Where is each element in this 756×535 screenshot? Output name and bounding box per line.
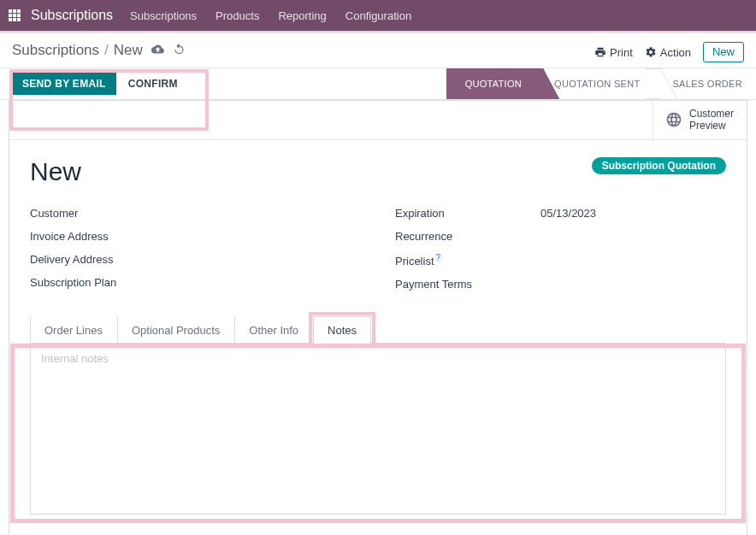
- internal-notes-textarea[interactable]: [31, 344, 725, 506]
- tab-content-notes: [30, 344, 726, 514]
- tab-other-info[interactable]: Other Info: [234, 316, 313, 344]
- label-recurrence: Recurrence: [395, 230, 540, 243]
- label-pricelist: Pricelist?: [395, 253, 540, 268]
- confirm-button[interactable]: CONFIRM: [116, 73, 190, 95]
- nav-link-configuration[interactable]: Configuration: [346, 9, 411, 22]
- gear-icon: [645, 46, 657, 58]
- label-delivery-address: Delivery Address: [30, 253, 175, 266]
- action-button[interactable]: Action: [645, 46, 691, 59]
- new-button[interactable]: New: [703, 42, 744, 62]
- label-expiration: Expiration: [395, 207, 540, 220]
- field-expiration[interactable]: 05/13/2023: [540, 207, 596, 220]
- customer-preview-button[interactable]: Customer Preview: [653, 101, 747, 139]
- top-navbar: Subscriptions Subscriptions Products Rep…: [0, 0, 756, 31]
- breadcrumb-parent[interactable]: Subscriptions: [12, 42, 99, 59]
- nav-link-subscriptions[interactable]: Subscriptions: [130, 9, 197, 22]
- nav-link-products[interactable]: Products: [216, 9, 259, 22]
- label-subscription-plan: Subscription Plan: [30, 276, 175, 289]
- breadcrumb-separator: /: [104, 42, 109, 59]
- pricelist-help-icon[interactable]: ?: [436, 253, 441, 262]
- tab-notes[interactable]: Notes: [313, 316, 371, 344]
- status-step-quotation[interactable]: QUOTATION: [446, 68, 535, 100]
- discard-icon[interactable]: [173, 43, 186, 58]
- apps-icon[interactable]: [7, 8, 22, 23]
- cloud-save-icon[interactable]: [151, 43, 164, 58]
- fields-grid: Customer Invoice Address Delivery Addres…: [30, 202, 726, 296]
- label-payment-terms: Payment Terms: [395, 278, 540, 291]
- tab-nav: Order Lines Optional Products Other Info…: [30, 316, 726, 344]
- tabs: Order Lines Optional Products Other Info…: [30, 316, 726, 514]
- control-panel-right: Print Action New: [594, 42, 744, 62]
- button-box: Customer Preview: [9, 101, 747, 140]
- customer-preview-label-2: Preview: [689, 120, 734, 132]
- breadcrumb-current: New: [114, 42, 143, 59]
- app-brand: Subscriptions: [31, 8, 113, 23]
- print-button[interactable]: Print: [594, 46, 633, 59]
- tab-order-lines[interactable]: Order Lines: [30, 316, 117, 344]
- breadcrumb: Subscriptions / New: [12, 42, 186, 59]
- label-invoice-address: Invoice Address: [30, 230, 175, 243]
- send-by-email-button[interactable]: SEND BY EMAIL: [12, 73, 116, 95]
- form-sheet: Customer Preview New Subscription Quotat…: [9, 100, 747, 535]
- nav-links: Subscriptions Products Reporting Configu…: [130, 9, 411, 22]
- globe-icon: [665, 111, 682, 128]
- subscription-quotation-badge: Subscription Quotation: [592, 157, 726, 174]
- nav-link-reporting[interactable]: Reporting: [278, 9, 326, 22]
- page-title: New: [30, 157, 81, 186]
- status-bar: SEND BY EMAIL CONFIRM QUOTATION QUOTATIO…: [0, 68, 756, 100]
- control-panel: Subscriptions / New Print Action New: [0, 33, 756, 62]
- customer-preview-label-1: Customer: [689, 108, 734, 120]
- tab-optional-products[interactable]: Optional Products: [117, 316, 234, 344]
- status-steps: QUOTATION QUOTATION SENT SALES ORDER: [446, 68, 756, 99]
- print-icon: [594, 46, 606, 58]
- fields-col-right: Expiration05/13/2023 Recurrence Pricelis…: [395, 202, 726, 296]
- fields-col-left: Customer Invoice Address Delivery Addres…: [30, 202, 361, 296]
- label-customer: Customer: [30, 207, 175, 220]
